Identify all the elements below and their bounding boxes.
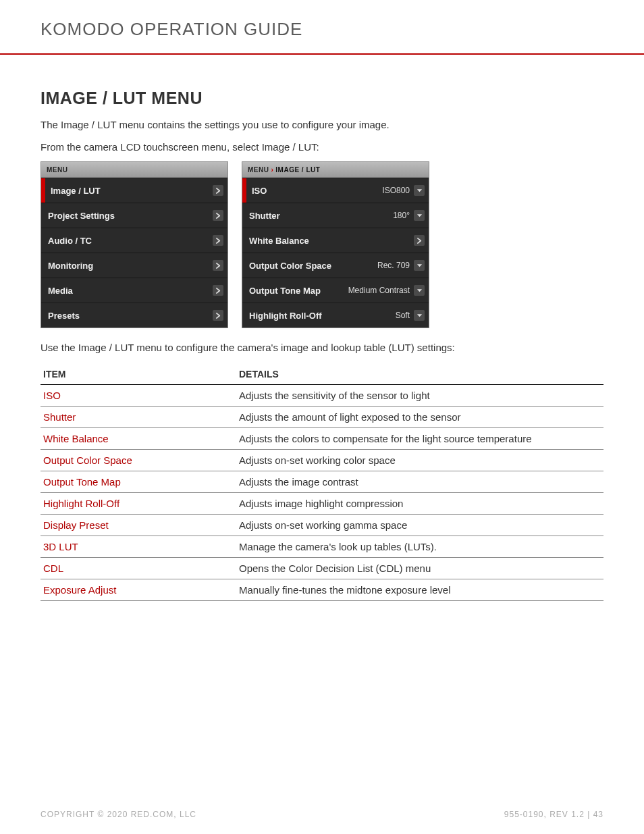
table-details-cell: Manage the camera's look up tables (LUTs… — [236, 536, 603, 557]
chevron-right-icon — [414, 235, 425, 246]
table-item-link[interactable]: Shutter — [41, 406, 236, 427]
table-item-link[interactable]: 3D LUT — [41, 536, 236, 557]
menu-item-value-group: ISO800 — [382, 185, 425, 196]
menu-item-label: Presets — [48, 311, 80, 321]
menu-item-label: Image / LUT — [51, 186, 101, 196]
menu-item-value: Rec. 709 — [377, 261, 410, 270]
table-details-cell: Adjusts image highlight compression — [236, 492, 603, 514]
intro-paragraph-1: The Image / LUT menu contains the settin… — [41, 118, 603, 133]
table-row: ShutterAdjusts the amount of light expos… — [41, 406, 603, 427]
table-row: Display PresetAdjusts on-set working gam… — [41, 514, 603, 536]
table-item-link[interactable]: Output Color Space — [41, 449, 236, 471]
menu-right-item[interactable]: ISOISO800 — [242, 178, 429, 203]
settings-table: ITEM DETAILS ISOAdjusts the sensitivity … — [41, 364, 603, 601]
page-footer: COPYRIGHT © 2020 RED.COM, LLC 955-0190, … — [41, 810, 603, 819]
table-row: Highlight Roll-OffAdjusts image highligh… — [41, 492, 603, 514]
menu-left-item[interactable]: Project Settings — [41, 203, 227, 228]
table-row: Exposure AdjustManually fine-tunes the m… — [41, 579, 603, 600]
table-details-cell: Adjusts the colors to compensate for the… — [236, 427, 603, 449]
dropdown-icon — [414, 185, 425, 196]
menu-right-breadcrumb: MENU›IMAGE / LUT — [242, 162, 429, 178]
menu-item-value: 180° — [393, 211, 410, 220]
table-row: CDLOpens the Color Decision List (CDL) m… — [41, 557, 603, 579]
menu-left-item[interactable]: Audio / TC — [41, 228, 227, 253]
table-details-cell: Adjusts the image contrast — [236, 471, 603, 492]
menu-item-value-group: Medium Contrast — [348, 285, 425, 296]
dropdown-icon — [414, 285, 425, 296]
menu-item-label: ISO — [252, 186, 267, 196]
menu-left-header: MENU — [41, 162, 227, 178]
menu-item-label: Monitoring — [48, 261, 93, 271]
table-item-link[interactable]: CDL — [41, 557, 236, 579]
menu-item-label: Highlight Roll-Off — [249, 311, 322, 321]
table-details-cell: Adjusts the amount of light exposed to t… — [236, 406, 603, 427]
chevron-right-icon — [213, 210, 223, 221]
chevron-right-icon — [213, 235, 223, 246]
menu-item-label: White Balance — [249, 236, 309, 246]
menu-right-item[interactable]: Output Tone MapMedium Contrast — [242, 278, 429, 303]
footer-pageinfo: 955-0190, REV 1.2 | 43 — [504, 810, 603, 819]
menu-item-value-group: Rec. 709 — [377, 260, 425, 271]
menu-left-item[interactable]: Monitoring — [41, 253, 227, 278]
menu-left-item[interactable]: Presets — [41, 303, 227, 328]
menu-right-item[interactable]: Output Color SpaceRec. 709 — [242, 253, 429, 278]
table-row: Output Color SpaceAdjusts on-set working… — [41, 449, 603, 471]
table-details-cell: Adjusts on-set working color space — [236, 449, 603, 471]
menu-item-value-group — [414, 235, 425, 246]
menu-item-value: ISO800 — [382, 186, 410, 195]
breadcrumb-separator-icon: › — [269, 166, 275, 174]
menu-item-value: Soft — [396, 311, 410, 320]
document-header: KOMODO OPERATION GUIDE — [41, 19, 603, 40]
table-header-details: DETAILS — [236, 364, 603, 385]
after-menus-paragraph: Use the Image / LUT menu to configure th… — [41, 340, 603, 356]
table-item-link[interactable]: Output Tone Map — [41, 471, 236, 492]
menu-item-label: Output Color Space — [249, 261, 331, 271]
dropdown-icon — [414, 310, 425, 321]
table-header-item: ITEM — [41, 364, 236, 385]
menu-item-label: Project Settings — [48, 211, 115, 221]
chevron-right-icon — [213, 185, 223, 196]
table-details-cell: Manually fine-tunes the midtone exposure… — [236, 579, 603, 600]
table-row: ISOAdjusts the sensitivity of the sensor… — [41, 384, 603, 406]
menu-right-item[interactable]: Shutter180° — [242, 203, 429, 228]
chevron-right-icon — [213, 310, 223, 321]
table-row: 3D LUTManage the camera's look up tables… — [41, 536, 603, 557]
table-details-cell: Adjusts on-set working gamma space — [236, 514, 603, 536]
menu-item-value: Medium Contrast — [348, 286, 410, 295]
menu-item-label: Media — [48, 286, 73, 296]
section-title: IMAGE / LUT MENU — [41, 88, 603, 108]
chevron-right-icon — [213, 285, 223, 296]
dropdown-icon — [414, 260, 425, 271]
menu-item-label: Output Tone Map — [249, 286, 321, 296]
table-item-link[interactable]: ISO — [41, 384, 236, 406]
menu-item-label: Audio / TC — [48, 236, 92, 246]
breadcrumb-root: MENU — [248, 166, 269, 174]
table-details-cell: Opens the Color Decision List (CDL) menu — [236, 557, 603, 579]
menu-left-item[interactable]: Image / LUT — [41, 178, 227, 203]
menu-right-item[interactable]: Highlight Roll-OffSoft — [242, 303, 429, 328]
intro-paragraph-2: From the camera LCD touchscreen menu, se… — [41, 140, 603, 155]
menu-panel-right: MENU›IMAGE / LUT ISOISO800Shutter180°Whi… — [242, 161, 429, 328]
menu-panel-left: MENU Image / LUTProject SettingsAudio / … — [41, 161, 228, 328]
chevron-right-icon — [213, 260, 223, 271]
table-row: White BalanceAdjusts the colors to compe… — [41, 427, 603, 449]
header-rule — [0, 53, 644, 55]
dropdown-icon — [414, 210, 425, 221]
table-item-link[interactable]: Highlight Roll-Off — [41, 492, 236, 514]
table-item-link[interactable]: Exposure Adjust — [41, 579, 236, 600]
menu-left-item[interactable]: Media — [41, 278, 227, 303]
table-item-link[interactable]: White Balance — [41, 427, 236, 449]
table-row: Output Tone MapAdjusts the image contras… — [41, 471, 603, 492]
table-item-link[interactable]: Display Preset — [41, 514, 236, 536]
table-details-cell: Adjusts the sensitivity of the sensor to… — [236, 384, 603, 406]
menu-right-item[interactable]: White Balance — [242, 228, 429, 253]
menu-item-value-group: 180° — [393, 210, 425, 221]
breadcrumb-leaf: IMAGE / LUT — [275, 166, 320, 174]
menu-item-label: Shutter — [249, 211, 280, 221]
menu-item-value-group: Soft — [396, 310, 425, 321]
footer-copyright: COPYRIGHT © 2020 RED.COM, LLC — [41, 810, 196, 819]
